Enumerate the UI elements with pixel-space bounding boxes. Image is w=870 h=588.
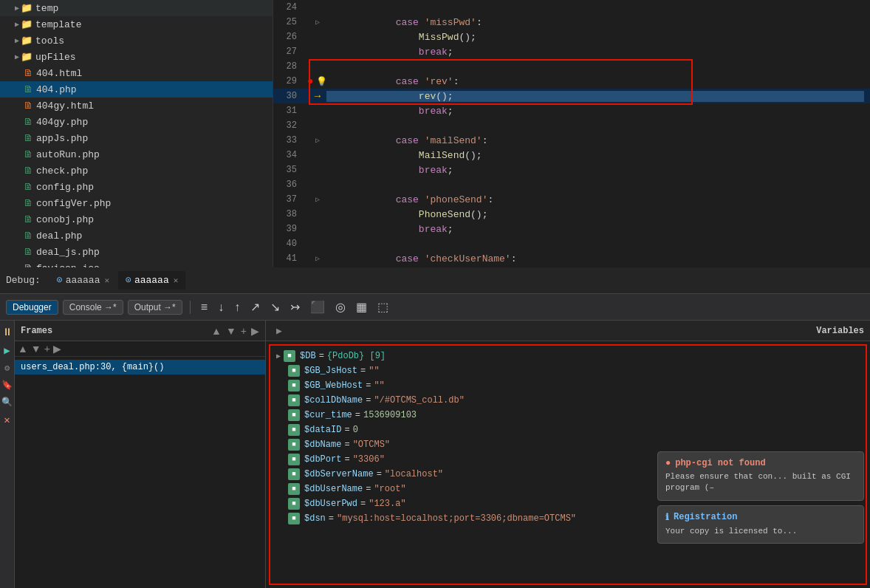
file-tree-item-404gyhtml[interactable]: 🗎 404gy.html [0, 98, 273, 114]
file-tree-item-label: upFiles [35, 52, 76, 63]
var-type-icon: ■ [288, 365, 300, 377]
frames-toolbar-down[interactable]: ▼ [31, 343, 41, 355]
toolbar-btn-list[interactable]: ≡ [198, 299, 210, 315]
file-tree-item-favicon[interactable]: 🗎 favicon.ico [0, 260, 273, 267]
notif-info-body: Your copy is licensed to... [665, 526, 856, 537]
frames-play-btn[interactable]: ▶ [251, 325, 259, 337]
debug-tab-2[interactable]: ⊙ aaaaaa ✕ [118, 271, 185, 290]
debug-tabs-bar: Debug: ⊙ aaaaaa ✕ ⊙ aaaaaa ✕ [0, 267, 870, 294]
file-tree-item-label: deal_js.php [36, 247, 100, 258]
file-tree-item-404gyphp[interactable]: 🗎 404gy.php [0, 114, 273, 130]
toolbar-btn-breakpoints[interactable]: ⬚ [374, 298, 391, 315]
file-tree-item-check[interactable]: 🗎 check.php [0, 163, 273, 179]
file-tree-item-dealjs[interactable]: 🗎 deal_js.php [0, 244, 273, 260]
code-line-25: 25 ▷ case 'missPwd': [273, 15, 870, 30]
file-tree-item-upfiles[interactable]: ▶ 📁 upFiles [0, 49, 273, 65]
debug-tab-1[interactable]: ⊙ aaaaaa ✕ [49, 271, 117, 290]
debug-close-icon[interactable]: ✕ [4, 414, 10, 426]
debug-bookmark-icon[interactable]: 🔖 [1, 380, 13, 391]
code-line-26: 26 MissPwd(); [273, 30, 870, 44]
debug-pause-icon[interactable]: ⏸ [2, 327, 13, 338]
file-tree-item-appjs[interactable]: 🗎 appJs.php [0, 130, 273, 146]
frames-add-btn[interactable]: + [241, 325, 247, 337]
variables-panel-title: Variables [816, 326, 864, 336]
php-file-icon: 🗎 [24, 230, 33, 242]
frames-toolbar-play2[interactable]: ▶ [53, 343, 61, 355]
file-tree-item-config[interactable]: 🗎 config.php [0, 179, 273, 195]
debug-settings-icon[interactable]: ⚙ [4, 363, 10, 374]
frames-panel-header: Frames ▲ ▼ + ▶ [15, 321, 265, 341]
file-tree-item-label: configVer.php [36, 198, 111, 209]
php-file-icon: 🗎 [24, 133, 33, 144]
output-btn[interactable]: Output →* [128, 300, 182, 315]
toolbar-btn-eval[interactable]: ◎ [332, 298, 349, 315]
toolbar-btn-up[interactable]: ↑ [231, 299, 243, 315]
toolbar-btn-stop[interactable]: ⬛ [307, 298, 328, 315]
file-tree-item-conobj[interactable]: 🗎 conobj.php [0, 211, 273, 228]
notifications-panel: ● php-cgi not found Please ensure that c… [657, 451, 864, 544]
debug-play-icon[interactable]: ▶ [4, 344, 10, 357]
file-tree-item-temp[interactable]: ▶ 📁 temp [0, 0, 273, 16]
frames-down-btn[interactable]: ▼ [226, 325, 236, 337]
debug-bulb-icon: 💡 [316, 76, 327, 87]
file-tree-item-tools[interactable]: ▶ 📁 tools [0, 33, 273, 49]
debug-current-arrow: → [315, 90, 321, 102]
file-tree-item-label: appJs.php [36, 133, 88, 144]
chevron-right-icon: ▶ [15, 52, 19, 61]
php-file-icon: 🗎 [24, 182, 33, 193]
code-line-24: 24 [273, 0, 870, 15]
frames-content: users_deal.php:30, {main}() [15, 357, 265, 588]
chevron-right-icon: ▶ [15, 36, 19, 45]
debug-tab-1-close[interactable]: ✕ [104, 276, 109, 285]
debug-search-icon[interactable]: 🔍 [1, 397, 13, 408]
file-tree-item-template[interactable]: ▶ 📁 template [0, 16, 273, 33]
frames-toolbar-add2[interactable]: + [44, 343, 50, 355]
code-line-35: 35 break; [273, 163, 870, 177]
code-line-34: 34 MailSend(); [273, 148, 870, 163]
file-tree-item-404php[interactable]: 🗎 404.php [0, 81, 273, 98]
file-tree-item-autorun[interactable]: 🗎 autoRun.php [0, 146, 273, 163]
code-line-31: 31 break; [273, 103, 870, 118]
var-item-dbname: ■ $dbName = "OTCMS" [270, 437, 866, 452]
chevron-right-icon: ▶ [15, 4, 19, 13]
folder-icon: 📁 [21, 2, 32, 14]
file-tree-item-404html[interactable]: 🗎 404.html [0, 65, 273, 81]
file-tree-item-label: template [35, 19, 81, 30]
code-line-38: 38 PhoneSend(); [273, 207, 870, 222]
toolbar-btn-down[interactable]: ↓ [215, 299, 227, 315]
frames-up-btn[interactable]: ▲ [211, 325, 222, 337]
notif-info: ℹ Registration Your copy is licensed to.… [657, 505, 864, 544]
code-line-29: 29 ● 💡 case 'rev': [273, 74, 870, 89]
debugger-btn[interactable]: Debugger [6, 300, 58, 315]
file-tree-item-configver[interactable]: 🗎 configVer.php [0, 195, 273, 211]
toolbar-btn-watch[interactable]: ▦ [353, 298, 370, 315]
var-type-icon: ■ [288, 394, 300, 406]
toolbar-btn-run[interactable]: ↣ [287, 298, 303, 315]
debug-tab-2-icon: ⊙ [126, 274, 131, 286]
notif-error-title: ● php-cgi not found [665, 458, 856, 468]
html-file-icon: 🗎 [24, 68, 33, 79]
expand-arrow-icon[interactable]: ▶ [276, 352, 281, 360]
frame-item[interactable]: users_deal.php:30, {main}() [15, 360, 265, 375]
error-circle-icon: ● [665, 458, 671, 468]
toolbar-btn-continue[interactable]: ↘ [267, 298, 283, 315]
code-editor[interactable]: 24 25 ▷ case 'missPwd': 26 MissPwd( [273, 0, 870, 267]
var-item-gb-webhost: ■ $GB_WebHost = "" [270, 378, 866, 393]
file-tree: ▶ 📁 temp ▶ 📁 template ▶ 📁 tools ▶ [0, 0, 273, 267]
var-type-icon: ■ [288, 380, 300, 392]
code-line-37: 37 ▷ case 'phoneSend': [273, 192, 870, 207]
code-line-36: 36 [273, 177, 870, 192]
code-line-28: 28 [273, 59, 870, 74]
console-btn[interactable]: Console →* [63, 300, 123, 315]
toolbar-btn-stepover[interactable]: ↗ [247, 298, 263, 315]
folder-icon: 📁 [21, 51, 32, 63]
code-line-39: 39 break; [273, 222, 870, 236]
file-tree-item-label: temp [35, 3, 58, 14]
file-tree-item-deal[interactable]: 🗎 deal.php [0, 228, 273, 244]
code-line-27: 27 break; [273, 44, 870, 59]
frames-toolbar-up[interactable]: ▲ [18, 343, 28, 355]
var-item-gb-jshost: ■ $GB_JsHost = "" [270, 363, 866, 378]
php-file-icon: 🗎 [24, 149, 33, 160]
debug-tab-2-close[interactable]: ✕ [174, 276, 179, 285]
var-type-icon: ■ [288, 409, 300, 421]
